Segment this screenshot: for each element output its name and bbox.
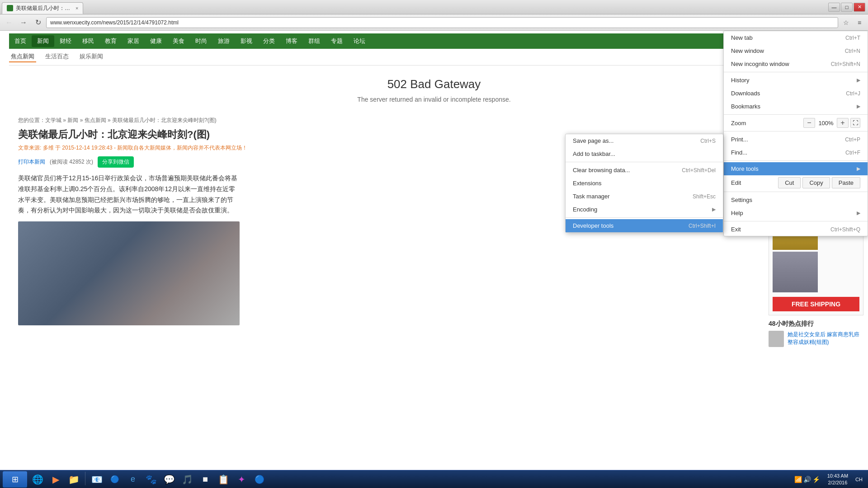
nav-topics[interactable]: 专题 [326, 35, 348, 47]
print-btn[interactable]: 打印本新闻 [18, 158, 45, 166]
nav-news[interactable]: 新闻 [32, 35, 54, 47]
nav-finance[interactable]: 财经 [54, 35, 77, 47]
menu-divider-1 [724, 72, 868, 72]
bookmarks-arrow: ▶ [857, 103, 860, 109]
close-btn[interactable]: ✕ [854, 3, 865, 12]
zoom-fullscreen-btn[interactable]: ⛶ [850, 118, 860, 128]
submenu-save-page[interactable]: Save page as... Ctrl+S [566, 134, 723, 147]
zoom-decrease-btn[interactable]: − [803, 118, 815, 128]
clock-date: 2/2/2016 [827, 479, 848, 486]
more-tools-label: More tools [731, 165, 855, 172]
task-manager-label: Task manager [573, 193, 679, 200]
taskbar-app5[interactable]: ✦ [233, 472, 250, 487]
incognito-shortcut: Ctrl+Shift+N [831, 61, 860, 67]
menu-find[interactable]: Find... Ctrl+F [724, 146, 868, 159]
menu-btn[interactable]: ≡ [854, 17, 865, 28]
nav-groups[interactable]: 群组 [303, 35, 326, 47]
submenu-add-taskbar[interactable]: Add to taskbar... [566, 147, 723, 160]
menu-settings[interactable]: Settings [724, 193, 868, 206]
star-btn[interactable]: ☆ [840, 17, 852, 28]
submenu-encoding[interactable]: Encoding ▶ [566, 203, 723, 216]
taskbar-app2[interactable]: 🔵 [106, 472, 123, 487]
history-arrow: ▶ [857, 77, 860, 83]
nav-health[interactable]: 健康 [145, 35, 167, 47]
nav-travel[interactable]: 旅游 [212, 35, 235, 47]
read-count: (被阅读 42852 次) [50, 158, 93, 166]
taskbar-ie[interactable]: 🌐 [29, 472, 46, 487]
minimize-btn[interactable]: — [828, 3, 840, 12]
active-tab[interactable]: 美联储最后几小时：… × [2, 2, 83, 14]
forward-btn[interactable]: → [17, 17, 30, 28]
menu-divider-5 [724, 192, 868, 192]
taskbar-chrome[interactable]: 🔵 [251, 472, 268, 487]
hot-list-text[interactable]: 她是社交女皇后 嫁富商患乳癌整容成妖精(组图) [788, 331, 863, 346]
subnav-focus[interactable]: 焦点新闻 [9, 52, 36, 62]
more-tools-arrow: ▶ [857, 166, 860, 172]
history-label: History [731, 77, 855, 84]
submenu-developer-tools[interactable]: Developer tools Ctrl+Shift+I [566, 219, 723, 232]
nav-category[interactable]: 分类 [258, 35, 280, 47]
taskbar-outlook[interactable]: 📧 [88, 472, 105, 487]
language-indicator[interactable]: CH [853, 477, 865, 482]
hot-list-item: 她是社交女皇后 嫁富商患乳癌整容成妖精(组图) [769, 331, 863, 347]
nav-education[interactable]: 教育 [99, 35, 122, 47]
taskbar-skype[interactable]: 💬 [160, 472, 178, 487]
taskbar-media[interactable]: ▶ [47, 472, 64, 487]
menu-new-window[interactable]: New window Ctrl+N [724, 44, 868, 57]
maximize-btn[interactable]: □ [841, 3, 853, 12]
free-shipping-label[interactable]: FREE SHIPPING [773, 297, 859, 311]
menu-help[interactable]: Help ▶ [724, 206, 868, 220]
copy-btn[interactable]: Copy [802, 177, 830, 188]
menu-print[interactable]: Print... Ctrl+P [724, 133, 868, 146]
menu-divider-6 [724, 221, 868, 221]
paste-btn[interactable]: Paste [832, 177, 860, 188]
menu-history[interactable]: History ▶ [724, 74, 868, 87]
edit-section: Edit Cut Copy Paste [724, 175, 868, 190]
menu-new-tab[interactable]: New tab Ctrl+T [724, 31, 868, 44]
help-label: Help [731, 210, 855, 216]
nav-home[interactable]: 首页 [9, 35, 32, 47]
zoom-increase-btn[interactable]: + [837, 118, 849, 128]
taskbar-app4[interactable]: 📋 [215, 472, 232, 487]
save-page-shortcut: Ctrl+S [700, 138, 716, 144]
edit-label: Edit [731, 179, 776, 186]
share-btn[interactable]: 分享到微信 [98, 156, 134, 168]
nav-food[interactable]: 美食 [167, 35, 190, 47]
nav-forum[interactable]: 论坛 [348, 35, 371, 47]
menu-exit[interactable]: Exit Ctrl+Shift+Q [724, 223, 868, 236]
nav-home2[interactable]: 家居 [122, 35, 145, 47]
menu-more-tools[interactable]: More tools ▶ [724, 162, 868, 175]
encoding-label: Encoding [573, 206, 710, 213]
article-image [18, 221, 240, 325]
new-tab-shortcut: Ctrl+T [845, 35, 860, 41]
nav-movies[interactable]: 影视 [235, 35, 258, 47]
subnav-life[interactable]: 生活百态 [43, 52, 71, 62]
taskbar-music[interactable]: 🎵 [179, 472, 196, 487]
menu-bookmarks[interactable]: Bookmarks ▶ [724, 100, 868, 113]
taskbar-app3[interactable]: 🐾 [142, 472, 160, 487]
address-bar[interactable] [46, 17, 838, 28]
add-taskbar-label: Add to taskbar... [573, 150, 716, 157]
taskbar-ie2[interactable]: e [124, 472, 142, 487]
nav-fashion[interactable]: 时尚 [190, 35, 212, 47]
dev-tools-shortcut: Ctrl+Shift+I [689, 223, 716, 229]
back-btn[interactable]: ← [3, 17, 15, 28]
refresh-btn[interactable]: ↻ [32, 17, 44, 28]
nav-blog[interactable]: 博客 [280, 35, 303, 47]
submenu-divider-1 [566, 162, 723, 162]
taskbar-terminal[interactable]: ■ [197, 472, 214, 487]
new-tab-label: New tab [731, 34, 832, 41]
submenu-extensions[interactable]: Extensions [566, 177, 723, 190]
submenu-task-manager[interactable]: Task manager Shift+Esc [566, 190, 723, 203]
subnav-entertainment[interactable]: 娱乐新闻 [78, 52, 105, 62]
menu-downloads[interactable]: Downloads Ctrl+J [724, 87, 868, 100]
start-button[interactable]: ⊞ [3, 471, 27, 488]
nav-immigration[interactable]: 移民 [77, 35, 99, 47]
submenu-clear-browsing[interactable]: Clear browsing data... Ctrl+Shift+Del [566, 164, 723, 177]
tab-close-btn[interactable]: × [75, 5, 78, 11]
menu-incognito[interactable]: New incognito window Ctrl+Shift+N [724, 57, 868, 70]
taskbar-folder[interactable]: 📁 [65, 472, 82, 487]
cut-btn[interactable]: Cut [778, 177, 801, 188]
zoom-value: 100% [817, 120, 835, 127]
clock-time: 10:43 AM [827, 473, 848, 479]
